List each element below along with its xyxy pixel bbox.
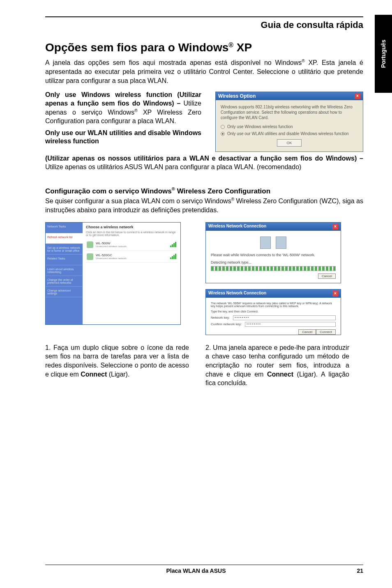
screenshots-row: Network Tasks Refresh network list Set u… (45, 222, 363, 335)
subhead-a: Configuração com o serviço Windows (45, 187, 172, 195)
connecting-dialog: Wireless Network Connection × Please wai… (205, 222, 341, 283)
step-1: 1. Faça um duplo clique sobre o ícone da… (45, 343, 189, 388)
sidebar: Network Tasks Refresh network list Set u… (46, 223, 83, 324)
heading-reg: ® (228, 41, 233, 48)
subdesc-sup: ® (231, 197, 234, 202)
subheading-description: Se quiser configurar a sua placa WLAN co… (45, 197, 363, 215)
intro-a: A janela das opções sem fios aqui mostra… (45, 59, 302, 66)
heading-part-b: XP (233, 41, 252, 54)
detecting-label: Detecting network type... (211, 260, 336, 264)
subhead-b: Wireless Zero Configuration (175, 187, 270, 195)
dialog-titlebar: Wireless Option × (216, 92, 363, 100)
heading-part-a: Opções sem fios para o Windows (45, 41, 228, 54)
option2-continuation: (Utilizar apenas os nossos utilitários p… (45, 154, 363, 172)
screenshot-2-col: Wireless Network Connection × Please wai… (205, 222, 341, 335)
connect-button[interactable]: Connect (316, 329, 336, 335)
page-number: 21 (347, 567, 363, 574)
network-sub: Unsecured wireless network (96, 245, 127, 248)
sidebar-setup[interactable]: Set up a wireless network for a home or … (46, 244, 83, 255)
option-block: Only use Windows wireless function (Util… (45, 91, 363, 152)
step-2: 2. Uma janela aparece e pede-lhe para in… (205, 343, 349, 388)
step1-text-b: (Ligar). (107, 371, 129, 378)
progress-bar (211, 266, 336, 271)
step2-bold: Connect (267, 371, 293, 378)
connecting-message: Please wait while Windows connects to th… (211, 253, 336, 257)
step1-bold: Connect (81, 371, 107, 378)
option2-bold-line2: (Utilizar apenas os nossos utilitários p… (45, 155, 363, 162)
confirm-key-row: Confirm network key: •••••••• (211, 322, 336, 327)
choose-network-window: Network Tasks Refresh network list Set u… (45, 222, 181, 325)
option1-bold: Only use Windows wireless function (Util… (45, 91, 201, 107)
signal-icon (170, 242, 176, 247)
header-rule (45, 16, 363, 17)
choose-network-desc: Click an item in the list below to conne… (86, 231, 177, 237)
sidebar-refresh[interactable]: Refresh network list (46, 233, 83, 244)
network-item[interactable]: WL-520GC Unsecured wireless network (86, 251, 177, 263)
intro-paragraph: A janela das opções sem fios aqui mostra… (45, 58, 363, 85)
header-title: Guia de consulta rápida (261, 20, 363, 30)
confirm-key-label: Confirm network key: (211, 322, 242, 326)
dialog-body: Windows supports 802.11b/g wireless netw… (216, 100, 363, 152)
subdesc-a: Se quiser configurar a sua placa WLAN co… (45, 198, 231, 205)
dialog-titlebar: Wireless Network Connection × (206, 289, 341, 298)
network-list-panel: Choose a wireless network Click an item … (83, 223, 180, 324)
dialog-titlebar: Wireless Network Connection × (206, 223, 341, 231)
close-icon[interactable]: × (332, 291, 338, 296)
screenshot-1-col: Network Tasks Refresh network list Set u… (45, 222, 181, 335)
network-key-row: Network key: •••••••• (211, 315, 336, 320)
network-name-block: WL-520GC Unsecured wireless network (96, 253, 127, 260)
options-text: Only use Windows wireless function (Util… (45, 91, 201, 146)
sidebar-heading-related: Related Tasks (46, 255, 83, 265)
network-name-block: WL-500W Unsecured wireless network (96, 241, 127, 248)
dialog-title: Wireless Network Connection (208, 291, 266, 296)
option2-bold-line1: Only use our WLAN utilities and disable … (45, 129, 201, 145)
computer-icon (260, 237, 271, 249)
signal-icon (170, 254, 176, 259)
footer-title: Placa WLAN da ASUS (45, 567, 347, 574)
subhead-sup: ® (172, 186, 175, 191)
sidebar-learn[interactable]: Learn about wireless networking (46, 265, 83, 276)
page-heading: Opções sem fios para o Windows® XP (45, 41, 363, 54)
dialog-title: Wireless Network Connection (208, 224, 266, 230)
cancel-button[interactable]: Cancel (318, 273, 336, 279)
page-content: Guia de consulta rápida Opções sem fios … (0, 0, 392, 550)
radio-icon (221, 125, 225, 129)
radio2-label: Only use our WLAN utilities and disable … (227, 131, 349, 136)
header-row: Guia de consulta rápida (45, 20, 363, 30)
globe-icon (276, 237, 286, 249)
wireless-option-dialog: Wireless Option × Windows supports 802.1… (215, 92, 363, 152)
network-key-label: Network key: (211, 316, 230, 319)
radio-option-2[interactable]: Only use our WLAN utilities and disable … (221, 131, 358, 136)
network-icon (87, 253, 93, 260)
dialog-body: Please wait while Windows connects to th… (206, 231, 341, 283)
confirm-key-input[interactable]: •••••••• (245, 322, 336, 327)
intro-sup: ® (302, 59, 304, 63)
close-icon[interactable]: × (355, 93, 360, 99)
steps-row: 1. Faça um duplo clique sobre o ícone da… (45, 343, 363, 388)
cancel-button[interactable]: Cancel (298, 329, 316, 335)
screenshot-2-stack: Wireless Network Connection × Please wai… (205, 222, 341, 335)
key-dialog-hint: Type the key, and then click Connect. (211, 310, 336, 313)
sidebar-advanced[interactable]: Change advanced settings (46, 287, 83, 297)
option1-sup: ® (134, 108, 137, 113)
network-name: WL-500W (96, 241, 127, 245)
network-item[interactable]: WL-500W Unsecured wireless network (86, 239, 177, 251)
subheading: Configuração com o serviço Windows® Wire… (45, 186, 363, 195)
choose-network-heading: Choose a wireless network (86, 225, 177, 229)
radio-icon-selected (221, 132, 225, 136)
network-key-input[interactable]: •••••••• (233, 315, 336, 320)
ok-button[interactable]: OK (277, 139, 302, 147)
footer: Placa WLAN da ASUS 21 (45, 565, 363, 574)
radio-option-1[interactable]: Only use Windows wireless function (221, 124, 358, 129)
option2-text: Utilize apenas os utilitários ASUS WLAN … (45, 163, 301, 170)
network-icon (87, 241, 93, 248)
close-icon[interactable]: × (332, 224, 338, 230)
key-dialog-desc: The network 'WL-500W' requires a network… (211, 302, 336, 308)
connection-icons (211, 237, 336, 249)
dialog-title: Wireless Option (218, 93, 256, 99)
network-name: WL-520GC (96, 253, 127, 257)
network-key-dialog: Wireless Network Connection × The networ… (205, 289, 341, 335)
sidebar-order[interactable]: Change the order of preferred networks (46, 276, 83, 287)
dialog-body: The network 'WL-500W' requires a network… (206, 298, 341, 333)
network-sub: Unsecured wireless network (96, 257, 127, 260)
